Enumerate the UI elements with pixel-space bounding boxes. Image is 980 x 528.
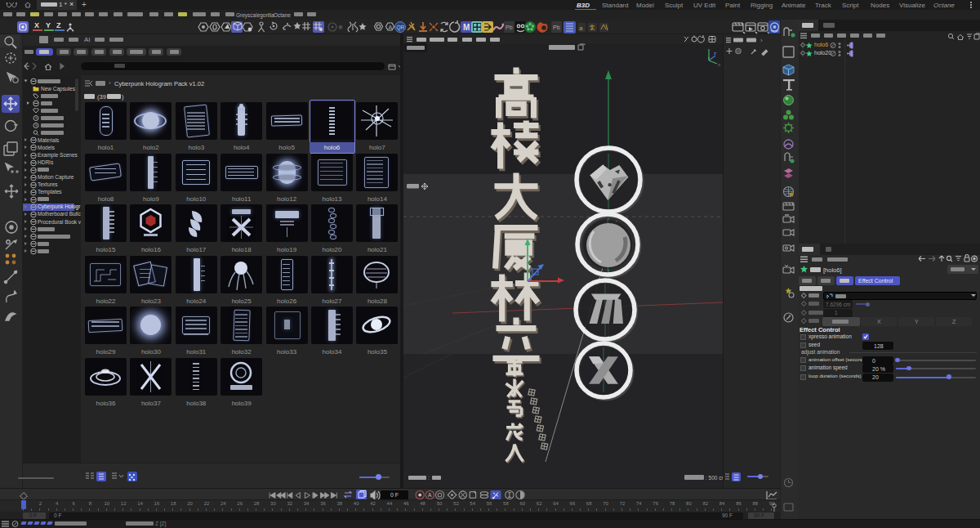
svg-text:A: A — [428, 492, 432, 498]
svg-text:a: a — [579, 25, 583, 32]
svg-text:z: z — [714, 51, 716, 56]
svg-text:A: A — [389, 25, 393, 30]
svg-text:x: x — [718, 62, 720, 67]
svg-text:QR: QR — [397, 25, 405, 31]
svg-text:M: M — [463, 23, 470, 32]
svg-text:Pb: Pb — [506, 25, 513, 30]
svg-text::: : — [428, 475, 430, 481]
svg-text:Pb: Pb — [553, 25, 560, 30]
svg-text:›: › — [760, 37, 763, 44]
